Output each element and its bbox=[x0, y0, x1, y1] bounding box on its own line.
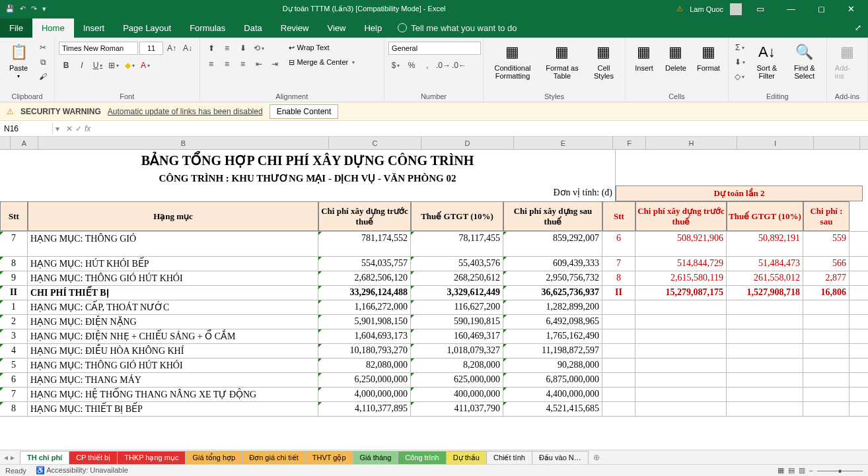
cell[interactable]: 7 bbox=[0, 388, 28, 401]
increase-indent-icon[interactable]: ⇥ bbox=[268, 57, 282, 71]
cell[interactable] bbox=[602, 388, 635, 401]
spreadsheet-grid[interactable]: A B C D E F H I BẢNG TỔNG HỢP CHI PHÍ XÂ… bbox=[0, 137, 868, 417]
cell[interactable] bbox=[635, 358, 727, 372]
cell[interactable]: 3 bbox=[0, 329, 28, 343]
cell[interactable]: 6 bbox=[0, 373, 28, 387]
qat-more-icon[interactable]: ▾ bbox=[42, 5, 46, 13]
cell[interactable]: 8 bbox=[602, 271, 635, 285]
cell[interactable]: 8 bbox=[0, 257, 28, 271]
cell[interactable]: 859,292,007 bbox=[503, 232, 602, 256]
cell[interactable]: 2,615,580,119 bbox=[635, 271, 727, 285]
cell[interactable] bbox=[803, 315, 850, 329]
tab-formulas[interactable]: Formulas bbox=[180, 18, 235, 38]
cell[interactable]: 160,469,317 bbox=[411, 329, 503, 343]
currency-icon[interactable]: $ bbox=[388, 58, 403, 73]
cell[interactable] bbox=[635, 300, 727, 314]
col-header[interactable]: D bbox=[421, 137, 514, 149]
cell[interactable]: 3,329,612,449 bbox=[411, 286, 503, 300]
clear-icon[interactable]: ◇ bbox=[733, 69, 747, 84]
cell[interactable]: 1,527,908,718 bbox=[727, 286, 803, 300]
table-row[interactable]: 8HẠNG MỤC: HÚT KHÓI BẾP554,035,75755,403… bbox=[0, 257, 868, 271]
col-header[interactable]: H bbox=[646, 137, 737, 149]
cell[interactable]: 6,875,000,000 bbox=[503, 373, 602, 387]
sheet-tab[interactable]: TH chi phí bbox=[20, 451, 69, 464]
cell[interactable]: 8 bbox=[0, 402, 28, 416]
border-button[interactable]: ⊞ bbox=[106, 58, 121, 73]
table-row[interactable]: 7HẠNG MỤC: THÔNG GIÓ781,174,55278,117,45… bbox=[0, 232, 868, 257]
cell[interactable]: HẠNG MỤC: ĐIỆN NHẸ + CHIẾU SÁNG + Ổ CẮM bbox=[28, 329, 318, 343]
cell[interactable]: 261,558,012 bbox=[727, 271, 803, 285]
cut-icon[interactable]: ✂ bbox=[36, 40, 50, 55]
minimize-icon[interactable]: — bbox=[779, 4, 803, 14]
cell[interactable]: 6 bbox=[602, 232, 635, 256]
paste-button[interactable]: 📋 Paste ▾ bbox=[4, 40, 33, 81]
font-color-button[interactable]: A bbox=[138, 58, 153, 73]
cell[interactable]: HẠNG MỤC: ĐIỀU HÒA KHÔNG KHÍ bbox=[28, 344, 318, 358]
save-icon[interactable]: 💾 bbox=[5, 5, 15, 13]
user-name[interactable]: Lam Quoc bbox=[690, 5, 723, 13]
cell[interactable]: 1,604,693,173 bbox=[318, 329, 411, 343]
cell[interactable] bbox=[635, 402, 727, 416]
bold-button[interactable]: B bbox=[59, 58, 73, 73]
cell[interactable]: 5,901,908,150 bbox=[318, 315, 411, 329]
view-normal-icon[interactable]: ▦ bbox=[778, 466, 784, 475]
sheet-tab[interactable]: Đơn giá chi tiết bbox=[242, 451, 306, 464]
table-row[interactable]: 4HẠNG MỤC: ĐIỀU HÒA KHÔNG KHÍ10,180,793,… bbox=[0, 344, 868, 358]
conditional-formatting-button[interactable]: ▦Conditional Formatting bbox=[488, 40, 538, 81]
cell[interactable] bbox=[602, 402, 635, 416]
col-header[interactable]: E bbox=[514, 137, 613, 149]
cell[interactable]: 566 bbox=[803, 257, 850, 271]
cell[interactable]: 7 bbox=[0, 232, 28, 256]
enable-content-button[interactable]: Enable Content bbox=[270, 104, 339, 119]
cell[interactable]: 90,288,000 bbox=[503, 358, 602, 372]
namebox-dropdown-icon[interactable]: ▾ bbox=[53, 124, 62, 133]
increase-font-icon[interactable]: A↑ bbox=[164, 41, 179, 55]
cell[interactable]: 2,877 bbox=[803, 271, 850, 285]
cell[interactable]: 7 bbox=[602, 257, 635, 271]
cell[interactable]: 50,892,191 bbox=[727, 232, 803, 256]
cell[interactable]: 15,279,087,175 bbox=[635, 286, 727, 300]
align-center-icon[interactable]: ≡ bbox=[220, 57, 235, 71]
increase-decimal-icon[interactable]: .0→ bbox=[436, 58, 451, 73]
decrease-font-icon[interactable]: A↓ bbox=[180, 41, 195, 55]
tab-page-layout[interactable]: Page Layout bbox=[114, 18, 180, 38]
cell[interactable]: 33,296,124,488 bbox=[318, 286, 411, 300]
cell[interactable]: 4,110,377,895 bbox=[318, 402, 411, 416]
cell[interactable]: 78,117,455 bbox=[411, 232, 503, 256]
name-box[interactable]: N16 bbox=[0, 123, 53, 135]
align-right-icon[interactable]: ≡ bbox=[236, 57, 250, 71]
merge-center-button[interactable]: ⊟Merge & Center bbox=[285, 55, 359, 69]
table-row[interactable]: 2HẠNG MỤC: ĐIỆN NẶNG5,901,908,150590,190… bbox=[0, 315, 868, 329]
cancel-formula-icon[interactable]: ✕ bbox=[66, 124, 73, 133]
cell[interactable]: 8,208,000 bbox=[411, 358, 503, 372]
cell[interactable]: 9 bbox=[0, 271, 28, 285]
decrease-indent-icon[interactable]: ⇤ bbox=[252, 57, 266, 71]
zoom-out-icon[interactable]: − bbox=[809, 467, 813, 475]
zoom-slider[interactable]: ────●──── bbox=[817, 467, 863, 475]
cell[interactable]: 51,484,473 bbox=[727, 257, 803, 271]
cell[interactable]: HẠNG MỤC: ĐIỆN NẶNG bbox=[28, 315, 318, 329]
undo-icon[interactable]: ↶ bbox=[20, 5, 26, 13]
cell[interactable] bbox=[803, 373, 850, 387]
cell[interactable]: 1 bbox=[0, 300, 28, 314]
cell[interactable]: 514,844,729 bbox=[635, 257, 727, 271]
enter-formula-icon[interactable]: ✓ bbox=[75, 124, 82, 133]
cell[interactable] bbox=[803, 344, 850, 358]
cell[interactable]: 400,000,000 bbox=[411, 388, 503, 401]
copy-icon[interactable]: ⧉ bbox=[36, 55, 50, 69]
tab-view[interactable]: View bbox=[318, 18, 355, 38]
number-format-select[interactable] bbox=[388, 42, 481, 55]
cell[interactable]: 411,037,790 bbox=[411, 402, 503, 416]
col-header[interactable]: F bbox=[613, 137, 646, 149]
tab-review[interactable]: Review bbox=[271, 18, 318, 38]
maximize-icon[interactable]: ◻ bbox=[810, 4, 833, 14]
cell[interactable]: HẠNG MỤC: THÔNG GIÓ bbox=[28, 232, 318, 256]
font-size-input[interactable] bbox=[139, 42, 163, 55]
cell[interactable]: 82,080,000 bbox=[318, 358, 411, 372]
sheet-tab[interactable]: Đầu vào N… bbox=[532, 451, 589, 464]
cell[interactable] bbox=[635, 344, 727, 358]
cell[interactable]: 1,166,272,000 bbox=[318, 300, 411, 314]
table-row[interactable]: 9HẠNG MỤC: THÔNG GIÓ HÚT KHÓI2,682,506,1… bbox=[0, 271, 868, 286]
sheet-tab[interactable]: THKP hạng mục bbox=[117, 451, 186, 464]
collapse-ribbon-icon[interactable]: ⤢ bbox=[855, 23, 868, 32]
